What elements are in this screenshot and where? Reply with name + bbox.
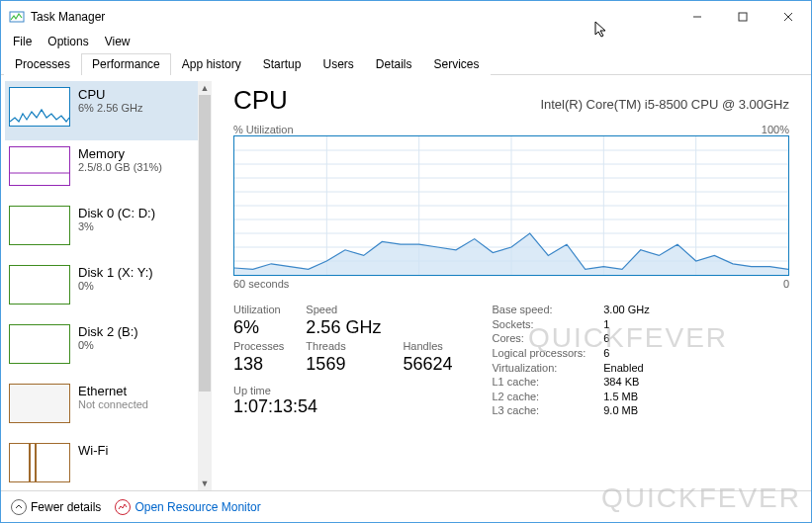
chevron-up-icon xyxy=(11,499,27,515)
sidebar-label: CPU xyxy=(78,87,142,102)
spec-val: 1.5 MB xyxy=(603,391,649,403)
app-icon xyxy=(9,9,25,25)
window-title: Task Manager xyxy=(31,10,105,24)
page-title: CPU xyxy=(233,85,288,116)
minimize-button[interactable] xyxy=(675,2,720,32)
uptime-label: Up time xyxy=(233,385,452,396)
uptime-value: 1:07:13:54 xyxy=(233,396,452,417)
threads-value: 1569 xyxy=(306,354,381,375)
sidebar: CPU6% 2.56 GHz Memory2.5/8.0 GB (31%) Di… xyxy=(1,75,212,490)
tab-processes[interactable]: Processes xyxy=(4,53,81,75)
tab-startup[interactable]: Startup xyxy=(252,53,313,75)
main-panel: CPU Intel(R) Core(TM) i5-8500 CPU @ 3.00… xyxy=(212,75,811,490)
ethernet-thumb-icon xyxy=(9,384,70,423)
cpu-utilization-chart[interactable] xyxy=(233,135,789,276)
spec-key: L2 cache: xyxy=(492,391,586,403)
sidebar-label: Disk 1 (X: Y:) xyxy=(78,265,153,280)
sidebar-label: Disk 0 (C: D:) xyxy=(78,206,155,220)
tab-performance[interactable]: Performance xyxy=(81,53,171,75)
chart-y-max: 100% xyxy=(762,124,789,135)
memory-thumb-icon xyxy=(9,146,70,186)
utilization-label: Utilization xyxy=(233,304,284,315)
cpu-thumb-icon xyxy=(9,87,70,127)
fewer-details-button[interactable]: Fewer details xyxy=(11,499,101,515)
disk-thumb-icon xyxy=(9,265,70,305)
menu-file[interactable]: File xyxy=(7,33,38,50)
spec-key: Cores: xyxy=(492,332,586,345)
sidebar-label: Memory xyxy=(78,146,162,161)
threads-label: Threads xyxy=(306,340,381,352)
spec-key: L3 cache: xyxy=(492,404,586,417)
spec-val: 384 KB xyxy=(603,376,649,389)
wifi-thumb-icon xyxy=(9,443,70,482)
tab-details[interactable]: Details xyxy=(365,53,423,75)
task-manager-window: Task Manager File Options View Processes… xyxy=(0,0,812,523)
sidebar-label: Wi-Fi xyxy=(78,443,108,458)
sidebar-sub: 2.5/8.0 GB (31%) xyxy=(78,161,162,173)
spec-key: Sockets: xyxy=(492,318,586,331)
menu-options[interactable]: Options xyxy=(42,33,94,50)
sidebar-scrollbar[interactable]: ▲ ▼ xyxy=(198,81,212,490)
scroll-up-icon[interactable]: ▲ xyxy=(198,81,212,95)
svg-rect-2 xyxy=(739,13,747,21)
menu-view[interactable]: View xyxy=(99,33,136,50)
speed-value: 2.56 GHz xyxy=(306,317,381,338)
handles-value: 56624 xyxy=(403,354,452,375)
sidebar-item-disk1[interactable]: Disk 1 (X: Y:)0% xyxy=(5,259,198,318)
tab-users[interactable]: Users xyxy=(312,53,364,75)
spec-val: Enabled xyxy=(603,362,649,375)
spec-key: Logical processors: xyxy=(492,347,586,360)
sidebar-item-ethernet[interactable]: EthernetNot connected xyxy=(5,378,198,437)
open-resource-monitor-link[interactable]: Open Resource Monitor xyxy=(115,499,260,515)
disk-thumb-icon xyxy=(9,206,70,245)
spec-val: 3.00 GHz xyxy=(603,304,649,316)
sidebar-sub: Not connected xyxy=(78,398,148,410)
scroll-thumb[interactable] xyxy=(199,95,211,392)
chart-x-left: 60 seconds xyxy=(233,278,289,290)
handles-label: Handles xyxy=(403,340,452,352)
tab-app-history[interactable]: App history xyxy=(171,53,252,75)
tabstrip: Processes Performance App history Startu… xyxy=(1,51,811,75)
cpu-model: Intel(R) Core(TM) i5-8500 CPU @ 3.00GHz xyxy=(540,97,789,112)
spec-key: Base speed: xyxy=(492,304,586,316)
sidebar-sub: 0% xyxy=(78,339,138,351)
sidebar-sub: 6% 2.56 GHz xyxy=(78,102,142,114)
processes-value: 138 xyxy=(233,354,284,375)
tab-services[interactable]: Services xyxy=(423,53,491,75)
disk-thumb-icon xyxy=(9,324,70,364)
utilization-value: 6% xyxy=(233,317,284,338)
footer: Fewer details Open Resource Monitor xyxy=(1,490,811,522)
sidebar-item-disk2[interactable]: Disk 2 (B:)0% xyxy=(5,318,198,378)
close-button[interactable] xyxy=(766,2,811,32)
menubar: File Options View xyxy=(1,32,811,51)
monitor-icon xyxy=(115,499,131,515)
chart-y-label: % Utilization xyxy=(233,124,294,135)
maximize-button[interactable] xyxy=(720,2,766,32)
sidebar-sub: 3% xyxy=(78,220,155,232)
sidebar-label: Ethernet xyxy=(78,384,148,398)
spec-key: L1 cache: xyxy=(492,376,586,389)
processes-label: Processes xyxy=(233,340,284,352)
spec-val: 1 xyxy=(603,318,649,331)
sidebar-item-memory[interactable]: Memory2.5/8.0 GB (31%) xyxy=(5,140,198,200)
spec-val: 6 xyxy=(603,332,649,345)
chart-x-right: 0 xyxy=(783,278,789,290)
spec-val: 6 xyxy=(603,347,649,360)
sidebar-item-disk0[interactable]: Disk 0 (C: D:)3% xyxy=(5,200,198,259)
sidebar-item-cpu[interactable]: CPU6% 2.56 GHz xyxy=(5,81,198,140)
sidebar-label: Disk 2 (B:) xyxy=(78,324,138,339)
scroll-down-icon[interactable]: ▼ xyxy=(198,477,212,490)
spec-key: Virtualization: xyxy=(492,362,586,375)
sidebar-item-wifi[interactable]: Wi-Fi xyxy=(5,437,198,490)
titlebar[interactable]: Task Manager xyxy=(1,1,811,32)
speed-label: Speed xyxy=(306,304,381,315)
spec-val: 9.0 MB xyxy=(603,404,649,417)
sidebar-sub: 0% xyxy=(78,280,153,292)
